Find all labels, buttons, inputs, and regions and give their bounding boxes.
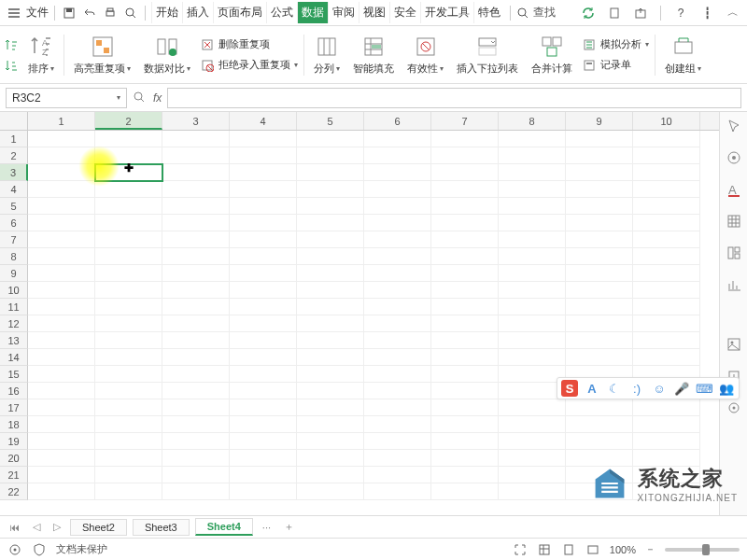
cell[interactable] bbox=[364, 450, 431, 467]
column-header[interactable]: 8 bbox=[499, 112, 566, 130]
zoom-value[interactable]: 100% bbox=[610, 544, 636, 555]
cell[interactable] bbox=[297, 147, 364, 164]
cell[interactable] bbox=[230, 483, 297, 500]
cell[interactable] bbox=[95, 181, 162, 198]
cell[interactable] bbox=[633, 147, 700, 164]
cell[interactable] bbox=[95, 349, 162, 366]
cell[interactable] bbox=[364, 299, 431, 315]
row-header[interactable]: 15 bbox=[0, 366, 28, 383]
grid[interactable]: 12345678910 1234567891011121314151617181… bbox=[0, 112, 719, 515]
cell[interactable] bbox=[431, 215, 499, 231]
column-header[interactable]: 9 bbox=[566, 112, 633, 130]
cell[interactable] bbox=[95, 332, 162, 349]
row-header[interactable]: 1 bbox=[0, 131, 28, 147]
cell[interactable] bbox=[364, 231, 431, 248]
cell[interactable] bbox=[95, 483, 162, 500]
cell[interactable] bbox=[162, 248, 230, 265]
cell[interactable] bbox=[297, 198, 364, 215]
cell[interactable] bbox=[95, 215, 162, 231]
column-header[interactable]: 3 bbox=[162, 112, 230, 130]
formula-input[interactable] bbox=[167, 88, 741, 108]
cell[interactable] bbox=[431, 416, 499, 433]
cell[interactable] bbox=[230, 332, 297, 349]
row-header[interactable]: 16 bbox=[0, 383, 28, 399]
cell[interactable] bbox=[95, 299, 162, 315]
record-form[interactable]: 记录单 bbox=[582, 57, 649, 74]
next-sheet-icon[interactable]: ▷ bbox=[49, 521, 64, 533]
sort-button[interactable]: AZ 排序▾ bbox=[24, 28, 58, 82]
cell[interactable] bbox=[297, 248, 364, 265]
cell[interactable] bbox=[28, 416, 95, 433]
cell[interactable] bbox=[566, 433, 633, 450]
cell[interactable] bbox=[297, 483, 364, 500]
cell[interactable] bbox=[364, 349, 431, 366]
cell[interactable] bbox=[566, 332, 633, 349]
cell[interactable] bbox=[633, 416, 700, 433]
cell[interactable] bbox=[95, 450, 162, 467]
cell[interactable] bbox=[566, 164, 633, 181]
cell[interactable] bbox=[95, 315, 162, 332]
cell[interactable] bbox=[499, 215, 566, 231]
column-header[interactable]: 2 bbox=[95, 112, 162, 130]
cell[interactable] bbox=[431, 181, 499, 198]
cell[interactable] bbox=[364, 147, 431, 164]
undo-icon[interactable] bbox=[81, 5, 98, 21]
cell[interactable] bbox=[633, 399, 700, 416]
zoom-thumb[interactable] bbox=[702, 544, 710, 555]
cell[interactable] bbox=[162, 433, 230, 450]
cell[interactable] bbox=[162, 215, 230, 231]
cell[interactable] bbox=[566, 399, 633, 416]
cell[interactable] bbox=[633, 332, 700, 349]
row-header[interactable]: 3 bbox=[0, 164, 28, 181]
cell[interactable] bbox=[431, 483, 499, 500]
cell[interactable] bbox=[566, 248, 633, 265]
cell[interactable] bbox=[364, 131, 431, 147]
options-icon[interactable]: ┇ bbox=[698, 5, 715, 21]
cell[interactable] bbox=[297, 265, 364, 282]
cell[interactable] bbox=[28, 349, 95, 366]
menu-icon[interactable] bbox=[6, 5, 22, 21]
cell[interactable] bbox=[364, 383, 431, 399]
cell[interactable] bbox=[28, 147, 95, 164]
row-header[interactable]: 8 bbox=[0, 248, 28, 265]
cell[interactable] bbox=[230, 131, 297, 147]
share-icon[interactable] bbox=[632, 5, 649, 21]
ime-badge-icon[interactable]: S bbox=[561, 380, 578, 397]
cell[interactable] bbox=[95, 383, 162, 399]
cell[interactable] bbox=[162, 198, 230, 215]
create-group-button[interactable]: 创建组▾ bbox=[661, 28, 705, 82]
cell[interactable] bbox=[28, 215, 95, 231]
cell[interactable] bbox=[95, 164, 162, 181]
sheet-tab[interactable]: Sheet4 bbox=[195, 518, 253, 536]
cell[interactable] bbox=[297, 349, 364, 366]
emoji-icon[interactable]: ☺ bbox=[651, 380, 668, 397]
cell[interactable] bbox=[431, 147, 499, 164]
cell[interactable] bbox=[28, 164, 95, 181]
cell[interactable] bbox=[431, 131, 499, 147]
mic-icon[interactable]: 🎤 bbox=[673, 380, 690, 397]
keyboard-icon[interactable]: ⌨ bbox=[696, 380, 712, 397]
delete-dup[interactable]: 删除重复项 bbox=[200, 36, 298, 53]
moon-icon[interactable]: ☾ bbox=[606, 380, 623, 397]
image-icon[interactable] bbox=[726, 336, 742, 353]
cell[interactable] bbox=[297, 215, 364, 231]
cell[interactable] bbox=[499, 198, 566, 215]
row-header[interactable]: 4 bbox=[0, 181, 28, 198]
cell[interactable] bbox=[431, 467, 499, 483]
cell[interactable] bbox=[230, 299, 297, 315]
cell[interactable] bbox=[633, 131, 700, 147]
cell[interactable] bbox=[162, 450, 230, 467]
cell[interactable] bbox=[499, 483, 566, 500]
cell[interactable] bbox=[297, 467, 364, 483]
cell[interactable] bbox=[162, 483, 230, 500]
tab-insert[interactable]: 插入 bbox=[182, 2, 213, 23]
cell[interactable] bbox=[566, 181, 633, 198]
cell[interactable] bbox=[499, 433, 566, 450]
help-icon[interactable]: ? bbox=[672, 5, 689, 21]
cell[interactable] bbox=[633, 198, 700, 215]
cell[interactable] bbox=[28, 265, 95, 282]
cell[interactable] bbox=[297, 181, 364, 198]
consolidate-button[interactable]: 合并计算 bbox=[528, 28, 576, 82]
cell[interactable] bbox=[95, 366, 162, 383]
cell[interactable] bbox=[230, 265, 297, 282]
